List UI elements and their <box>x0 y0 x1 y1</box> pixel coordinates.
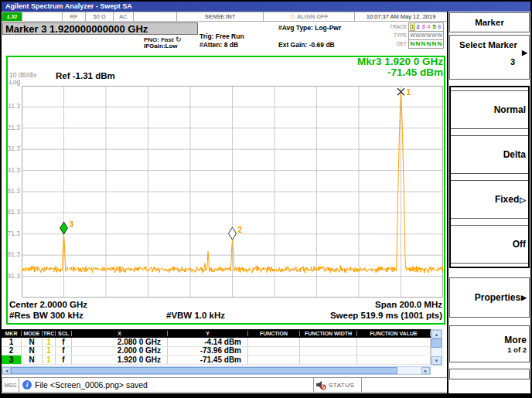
det-row: DET NNNNNN <box>382 39 447 48</box>
align-warning: ⚠ ALIGN OFF <box>264 12 355 21</box>
column-header-x: X <box>72 331 168 336</box>
message-bar-spacer <box>362 378 447 392</box>
det-digits-5: N <box>431 40 437 47</box>
softkey-select-marker[interactable]: Select Marker ▶ 3 <box>449 35 530 80</box>
avg-type-status: #Avg Type: Log-Pwr <box>278 24 341 32</box>
trace-digits-5: 5 <box>431 23 437 30</box>
marker-amplitude-readout: Mkr3 1.920 0 GHz -71.45 dBm <box>357 56 443 78</box>
type-digits-4: W <box>426 32 431 39</box>
svg-text:1: 1 <box>407 88 411 97</box>
span-label: Span 200.0 MHz <box>375 300 442 309</box>
spectrum-trace-svg: 321 <box>22 86 443 298</box>
sense-indicator: SENSE:INT <box>177 12 264 21</box>
marker-cell: N <box>22 347 43 355</box>
horizontal-scroll-track[interactable] <box>397 367 421 374</box>
sweep-label: Sweep 519.9 ms (1001 pts) <box>330 311 442 320</box>
det-digits-4: N <box>426 40 431 47</box>
softkey-delta[interactable]: Delta <box>451 135 528 174</box>
spectrum-plot[interactable]: 321 <box>22 86 443 298</box>
marker-3-glyph <box>60 222 68 234</box>
column-header-scl: SCL <box>56 331 72 336</box>
hollow-arrow-icon: ▷ <box>520 196 526 204</box>
status-cell: STATUS <box>314 378 362 392</box>
svg-text:3: 3 <box>70 220 74 229</box>
trace-digits-1: 1 <box>410 22 415 31</box>
vertical-scroll-thumb[interactable] <box>431 338 442 348</box>
softkey-fixed[interactable]: Fixed ▷ <box>451 180 528 219</box>
marker-cell: 1 <box>43 338 56 346</box>
status-label: STATUS <box>329 382 354 389</box>
y-axis-tick-label: -11.3 <box>0 102 20 110</box>
y-axis-tick-label: -21.3 <box>0 124 20 131</box>
det-digits-2: N <box>415 40 421 47</box>
res-bw-label: #Res BW 300 kHz <box>9 311 84 320</box>
marker-cell <box>248 338 300 346</box>
marker-table-header: MKRMODETRCSCLXYFUNCTIONFUNCTION WIDTHFUN… <box>2 329 431 338</box>
lxi-badge: LXI <box>2 12 22 21</box>
column-header-function: FUNCTION <box>248 331 300 336</box>
marker-cell <box>300 338 357 346</box>
softkey-more[interactable]: More 1 of 2 <box>449 325 530 362</box>
table-vertical-scrollbar[interactable]: ▲ ▼ <box>431 329 442 366</box>
horizontal-scroll-thumb[interactable] <box>11 367 397 374</box>
softkey-off[interactable]: Off <box>451 225 528 264</box>
status-spacer <box>22 12 63 21</box>
marker-cell <box>357 347 431 355</box>
marker-cell: 1.920 0 GHz <box>72 355 168 364</box>
y-axis-tick-label: -91.3 <box>0 272 20 280</box>
type-label: TYPE <box>382 32 408 38</box>
marker-table-row[interactable]: 2N1f2.000 0 GHz-73.96 dBm <box>2 347 431 356</box>
type-row: TYPE WWWWWW <box>382 31 447 39</box>
warning-icon: ⚠ <box>290 13 295 20</box>
softkey-normal[interactable]: Normal <box>451 90 528 129</box>
status-spacer <box>134 12 177 21</box>
scroll-down-icon[interactable]: ▼ <box>431 356 442 365</box>
properties-label: Properties <box>475 292 520 303</box>
info-icon: i <box>22 380 32 389</box>
type-digits-2: W <box>415 32 421 39</box>
marker-cell: 2.080 0 GHz <box>72 338 168 346</box>
type-digits-3: W <box>421 32 426 39</box>
softkey-properties[interactable]: Properties ▶ <box>449 277 530 318</box>
ref-level-label: Ref -1.31 dBm <box>56 71 115 80</box>
marker-cell: 3 <box>2 355 22 364</box>
marker-readout-ampl: -71.45 dBm <box>357 67 443 78</box>
more-label: More <box>504 335 527 345</box>
y-axis-tick-label: -31.3 <box>0 145 20 152</box>
center-freq-label: Center 2.0000 GHz <box>9 300 87 309</box>
marker-cell: -4.14 dBm <box>168 338 248 346</box>
mute-icon <box>315 380 326 390</box>
marker-table-body: 1N1f2.080 0 GHz-4.14 dBm2N1f2.000 0 GHz-… <box>2 338 431 365</box>
marker-mode-group: Normal Delta Fixed ▷ Off <box>449 86 530 268</box>
table-horizontal-scrollbar[interactable]: ◄ ► <box>2 366 431 375</box>
column-header-trc: TRC <box>43 331 56 336</box>
msg-label: MSG <box>2 378 19 392</box>
window-title: Agilent Spectrum Analyzer - Swept SA <box>2 2 530 12</box>
vertical-scroll-track[interactable] <box>431 348 442 356</box>
marker-cell <box>300 355 357 364</box>
trace-digits-4: 4 <box>426 23 431 30</box>
ext-gain-status: Ext Gain: -0.69 dB <box>278 41 335 49</box>
rf-indicator: RF <box>63 12 86 21</box>
align-warning-text: ALIGN OFF <box>297 13 328 20</box>
trigger-status: Trig: Free Run <box>200 32 244 40</box>
scroll-up-icon[interactable]: ▲ <box>431 330 442 338</box>
marker-cell: 2.000 0 GHz <box>72 347 168 355</box>
screen-border <box>0 393 532 398</box>
select-marker-value: 3 <box>510 57 515 66</box>
y-axis-tick-label: -71.3 <box>0 230 20 237</box>
status-strip: LXI RF 50 Ω AC SENSE:INT ⚠ ALIGN OFF 10:… <box>2 12 448 22</box>
column-header-y: Y <box>168 331 248 336</box>
marker-frequency-readout: Marker 3 1.920000000000 GHz <box>2 22 198 35</box>
marker-table-row[interactable]: 1N1f2.080 0 GHz-4.14 dBm <box>2 338 431 347</box>
scroll-right-icon[interactable]: ► <box>421 367 430 374</box>
det-digits-6: N <box>437 40 442 47</box>
scroll-left-icon[interactable]: ◄ <box>2 367 11 374</box>
column-header-mode: MODE <box>22 331 43 336</box>
marker-table: MKRMODETRCSCLXYFUNCTIONFUNCTION WIDTHFUN… <box>2 329 442 374</box>
marker-cell: f <box>56 355 72 364</box>
y-axis-tick-label: -41.3 <box>0 166 20 174</box>
column-header-mkr: MKR <box>2 331 22 336</box>
coupling-indicator: AC <box>114 12 134 21</box>
marker-table-row[interactable]: 3N1f1.920 0 GHz-71.45 dBm <box>2 355 431 365</box>
